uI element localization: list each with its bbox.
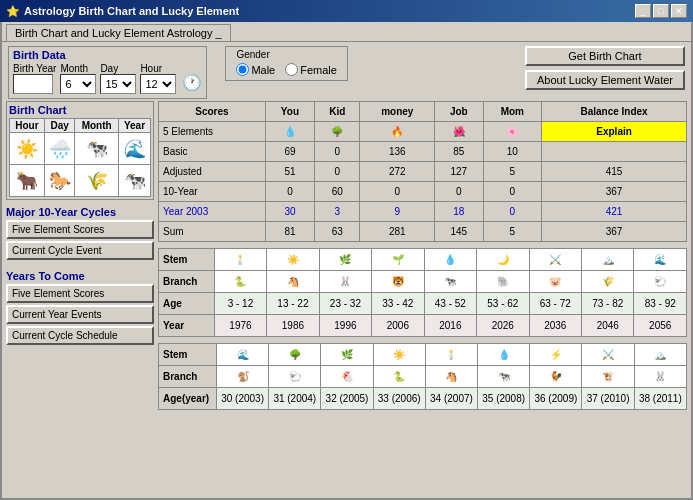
time-icon: 🕐 — [182, 73, 202, 94]
ytc-stem-row: Stem 🌊 🌳 🌿 ☀️ 🕯️ 💧 ⚡ ⚔️ 🏔️ — [159, 344, 687, 366]
month-label: Month — [60, 63, 96, 74]
five-element-scores-button[interactable]: Five Element Scores — [6, 220, 154, 239]
cell-you-adj: 51 — [265, 162, 314, 182]
cell-kid-5el: 🌳 — [315, 122, 360, 142]
male-radio[interactable] — [236, 63, 249, 76]
chart-cell-hour-2: 🐂 — [10, 165, 45, 197]
label-basic: Basic — [159, 142, 266, 162]
cell-money-2003: 9 — [360, 202, 435, 222]
day-select[interactable]: 15 — [100, 74, 136, 94]
maximize-button[interactable]: □ — [653, 4, 669, 18]
birth-year-input[interactable]: 1973 — [13, 74, 53, 94]
female-label: Female — [300, 64, 337, 76]
scores-header-row: Scores You Kid money Job Mom Balance Ind… — [159, 102, 687, 122]
gender-options: Male Female — [236, 63, 337, 76]
get-birth-chart-button[interactable]: Get Birth Chart — [525, 46, 685, 66]
scores-row-basic: Basic 69 0 136 85 10 — [159, 142, 687, 162]
cell-kid-10yr: 60 — [315, 182, 360, 202]
label-sum: Sum — [159, 222, 266, 242]
title-bar: ⭐ Astrology Birth Chart and Lucky Elemen… — [0, 0, 693, 22]
scores-row-10year: 10-Year 0 60 0 0 0 367 — [159, 182, 687, 202]
ytc-ay-1: 31 (2004) — [269, 388, 321, 410]
major-cycles-table: Stem 🕯️ ☀️ 🌿 🌱 💧 🌙 ⚔️ 🏔️ 🌊 Branch 🐍 — [158, 248, 687, 337]
age-5: 53 - 62 — [477, 293, 529, 315]
birth-year-group: Birth Year 1973 — [13, 63, 56, 94]
birth-chart-header-row: Hour Day Month Year — [10, 119, 151, 133]
content-area: Birth Chart Hour Day Month Year ☀️ 🌧️ 🐄 … — [2, 101, 691, 498]
ytc-ay-2: 32 (2005) — [321, 388, 373, 410]
label-year2003: Year 2003 — [159, 202, 266, 222]
ytc-ay-5: 35 (2008) — [478, 388, 530, 410]
current-year-events-button[interactable]: Current Year Events — [6, 305, 154, 324]
major-cycles-title: Major 10-Year Cycles — [6, 206, 154, 218]
stem-3: 🌱 — [372, 249, 424, 271]
years-five-element-button[interactable]: Five Element Scores — [6, 284, 154, 303]
cell-you-2003: 30 — [265, 202, 314, 222]
cell-you-10yr: 0 — [265, 182, 314, 202]
scores-col-mom: Mom — [483, 102, 542, 122]
scores-col-money: money — [360, 102, 435, 122]
ytc-stem-1: 🌳 — [269, 344, 321, 366]
stem-7: 🏔️ — [582, 249, 634, 271]
month-group: Month 6 — [60, 63, 96, 94]
female-option[interactable]: Female — [285, 63, 337, 76]
cell-balance-adj: 415 — [542, 162, 687, 182]
stem-5: 🌙 — [477, 249, 529, 271]
stem-2: 🌿 — [319, 249, 371, 271]
cell-you-basic: 69 — [265, 142, 314, 162]
right-panel: Scores You Kid money Job Mom Balance Ind… — [154, 101, 687, 498]
year-row-label: Year — [159, 315, 215, 337]
chart-cell-month-2: 🌾 — [75, 165, 119, 197]
current-cycle-event-button[interactable]: Current Cycle Event — [6, 241, 154, 260]
day-header: Day — [44, 119, 74, 133]
ytc-branch-8: 🐰 — [634, 366, 686, 388]
male-option[interactable]: Male — [236, 63, 275, 76]
day-label: Day — [100, 63, 136, 74]
age-3: 33 - 42 — [372, 293, 424, 315]
birth-data-group: Birth Data Birth Year 1973 Month 6 Day 1… — [8, 46, 207, 99]
year-4: 2016 — [424, 315, 476, 337]
year-3: 2006 — [372, 315, 424, 337]
ytc-stem-6: ⚡ — [530, 344, 582, 366]
chart-cell-month-1: 🐄 — [75, 133, 119, 165]
hour-select[interactable]: 12 — [140, 74, 176, 94]
scores-row-year2003: Year 2003 30 3 9 18 0 421 — [159, 202, 687, 222]
chart-cell-day-2: 🐎 — [44, 165, 74, 197]
ytc-branch-7: 🐮 — [582, 366, 634, 388]
minimize-button[interactable]: _ — [635, 4, 651, 18]
current-cycle-schedule-button[interactable]: Current Cycle Schedule — [6, 326, 154, 345]
major-cycles-section: Major 10-Year Cycles Five Element Scores… — [6, 206, 154, 260]
cycle-year-row: Year 1976 1986 1996 2006 2016 2026 2036 … — [159, 315, 687, 337]
tab-main[interactable]: Birth Chart and Lucky Element Astrology … — [6, 24, 231, 41]
stem-6: ⚔️ — [529, 249, 581, 271]
ytc-branch-label: Branch — [159, 366, 217, 388]
left-panel: Birth Chart Hour Day Month Year ☀️ 🌧️ 🐄 … — [6, 101, 154, 498]
cycle-age-row: Age 3 - 12 13 - 22 23 - 32 33 - 42 43 - … — [159, 293, 687, 315]
cell-money-5el: 🔥 — [360, 122, 435, 142]
cell-kid-2003: 3 — [315, 202, 360, 222]
cell-mom-2003: 0 — [483, 202, 542, 222]
birth-chart-table: Hour Day Month Year ☀️ 🌧️ 🐄 🌊 🐂 🐎 — [9, 118, 151, 197]
stem-1: ☀️ — [267, 249, 319, 271]
cell-balance-5el[interactable]: Explain — [542, 122, 687, 142]
stem-8: 🌊 — [634, 249, 687, 271]
branch-row-label: Branch — [159, 271, 215, 293]
cell-balance-sum: 367 — [542, 222, 687, 242]
branch-4: 🐄 — [424, 271, 476, 293]
age-4: 43 - 52 — [424, 293, 476, 315]
about-lucky-element-button[interactable]: About Lucky Element Water — [525, 70, 685, 90]
birth-chart-title: Birth Chart — [9, 104, 151, 116]
age-6: 63 - 72 — [529, 293, 581, 315]
age-1: 13 - 22 — [267, 293, 319, 315]
close-button[interactable]: ✕ — [671, 4, 687, 18]
ytc-branch-6: 🐓 — [530, 366, 582, 388]
birth-year-label: Birth Year — [13, 63, 56, 74]
cell-money-10yr: 0 — [360, 182, 435, 202]
branch-5: 🐘 — [477, 271, 529, 293]
scores-col-balance: Balance Index — [542, 102, 687, 122]
chart-cell-year-1: 🌊 — [119, 133, 151, 165]
female-radio[interactable] — [285, 63, 298, 76]
ytc-stem-7: ⚔️ — [582, 344, 634, 366]
cell-mom-basic: 10 — [483, 142, 542, 162]
month-select[interactable]: 6 — [60, 74, 96, 94]
